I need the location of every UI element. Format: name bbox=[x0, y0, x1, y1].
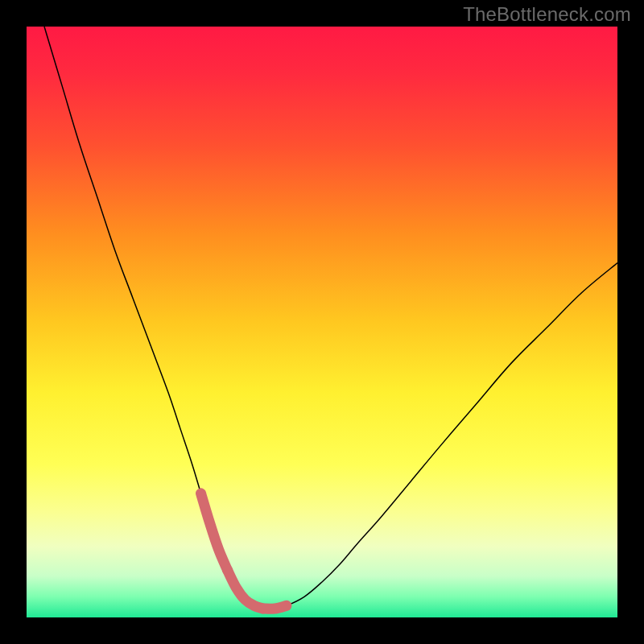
plot-background bbox=[27, 27, 617, 617]
chart-frame: TheBottleneck.com bbox=[0, 0, 644, 644]
highlight-right-ascent bbox=[263, 605, 287, 609]
watermark-text: TheBottleneck.com bbox=[463, 3, 631, 26]
chart-svg bbox=[27, 27, 617, 617]
